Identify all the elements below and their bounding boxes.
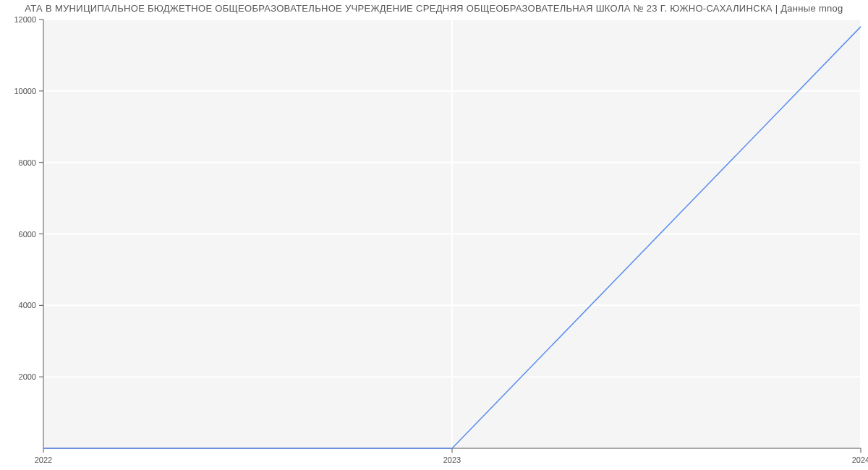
y-tick-label: 10000 [14, 87, 36, 95]
chart-title: АТА В МУНИЦИПАЛЬНОЕ БЮДЖЕТНОЕ ОБЩЕОБРАЗО… [0, 0, 868, 17]
x-tick-label: 2024 [852, 456, 868, 464]
chart-area: 20004000600080001000012000202220232024 [0, 16, 868, 470]
y-tick-label: 12000 [14, 16, 36, 24]
y-tick-label: 8000 [19, 158, 36, 167]
x-tick-label: 2023 [443, 456, 461, 464]
y-tick-label: 2000 [19, 372, 36, 381]
y-tick-label: 4000 [19, 301, 36, 309]
x-tick-label: 2022 [35, 456, 52, 464]
chart-svg: 20004000600080001000012000202220232024 [0, 16, 868, 470]
y-tick-label: 6000 [19, 230, 36, 239]
